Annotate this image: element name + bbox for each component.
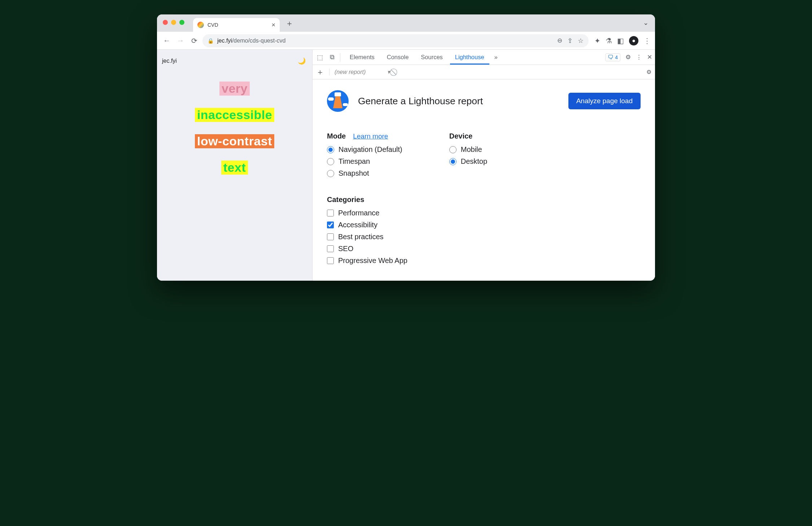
- category-checkbox-accessibility[interactable]: [327, 222, 334, 228]
- analyze-page-load-button[interactable]: Analyze page load: [568, 93, 641, 109]
- url-host: jec.fyi: [217, 38, 232, 44]
- category-checkbox-best-practices[interactable]: [327, 233, 334, 240]
- theme-toggle-button[interactable]: 🌙: [296, 56, 307, 66]
- category-option-pwa[interactable]: Progressive Web App: [327, 257, 641, 265]
- zoom-out-icon[interactable]: ⊖: [557, 37, 562, 45]
- bookmark-star-icon[interactable]: ☆: [578, 37, 584, 45]
- tabs-overflow-button[interactable]: ⌄: [643, 19, 649, 26]
- lighthouse-settings-icon[interactable]: ⚙: [646, 69, 651, 75]
- category-option-best-practices[interactable]: Best practices: [327, 233, 641, 241]
- tab-sources[interactable]: Sources: [416, 50, 448, 65]
- mode-heading: Mode: [327, 132, 346, 140]
- dropdown-caret-icon: ▾: [387, 69, 390, 75]
- labs-icon[interactable]: ⚗: [606, 36, 612, 45]
- lighthouse-toolbar: ＋ (new report) ▾ ⃠ ⚙: [313, 65, 655, 79]
- reload-button[interactable]: ⟳: [189, 35, 200, 46]
- tab-close-button[interactable]: ×: [271, 21, 275, 29]
- mode-option-snapshot[interactable]: Snapshot: [327, 169, 402, 177]
- back-button[interactable]: ←: [161, 35, 172, 46]
- window-close-button[interactable]: [163, 20, 168, 25]
- report-selector-label: (new report): [335, 69, 366, 75]
- category-option-accessibility[interactable]: Accessibility: [327, 221, 641, 229]
- device-option-mobile[interactable]: Mobile: [449, 145, 487, 154]
- tab-favicon: [197, 22, 204, 28]
- mode-option-navigation[interactable]: Navigation (Default): [327, 145, 402, 154]
- inspect-element-icon[interactable]: ⬚: [315, 53, 324, 62]
- tab-elements[interactable]: Elements: [345, 50, 380, 65]
- titlebar: CVD × ＋ ⌄: [157, 14, 655, 32]
- window-controls: [163, 20, 184, 25]
- tab-strip: CVD × ＋: [193, 14, 293, 32]
- mode-radio-snapshot[interactable]: [327, 170, 334, 177]
- category-option-performance[interactable]: Performance: [327, 209, 641, 217]
- new-tab-button[interactable]: ＋: [285, 18, 293, 29]
- page-content: jec.fyi 🌙 very inaccessible low-contrast…: [157, 50, 312, 281]
- devtools-tabbar: ⬚ ⧉ Elements Console Sources Lighthouse …: [313, 50, 655, 65]
- category-checkbox-pwa[interactable]: [327, 257, 334, 264]
- address-bar[interactable]: 🔒 jec.fyi/demo/cds-quest-cvd ⊖ ⇪ ☆: [202, 34, 589, 47]
- demo-word-2: inaccessible: [195, 108, 274, 122]
- device-group: Device Mobile Desktop: [449, 132, 487, 181]
- device-radio-mobile[interactable]: [449, 146, 457, 153]
- lighthouse-logo: [327, 90, 349, 112]
- browser-window: CVD × ＋ ⌄ ← → ⟳ 🔒 jec.fyi/demo/cds-quest…: [157, 14, 655, 281]
- more-tabs-button[interactable]: »: [492, 54, 501, 61]
- devtools-menu-button[interactable]: ⋮: [636, 54, 642, 61]
- browser-toolbar: ← → ⟳ 🔒 jec.fyi/demo/cds-quest-cvd ⊖ ⇪ ☆…: [157, 32, 655, 50]
- category-checkbox-performance[interactable]: [327, 210, 334, 216]
- categories-heading: Categories: [327, 196, 364, 203]
- issues-icon: 🗨: [608, 54, 614, 61]
- devtools-close-button[interactable]: ✕: [647, 54, 652, 61]
- profile-avatar[interactable]: ●: [629, 36, 638, 45]
- url-path: /demo/cds-quest-cvd: [232, 38, 286, 44]
- tab-title: CVD: [208, 22, 218, 28]
- category-option-seo[interactable]: SEO: [327, 245, 641, 253]
- demo-word-3: low-contrast: [195, 134, 274, 148]
- category-checkbox-seo[interactable]: [327, 245, 334, 252]
- browser-menu-button[interactable]: ⋮: [643, 36, 651, 45]
- categories-group: Categories Performance Accessibility Bes…: [327, 196, 641, 268]
- issues-count: 4: [615, 54, 618, 60]
- window-maximize-button[interactable]: [179, 20, 184, 25]
- window-minimize-button[interactable]: [171, 20, 176, 25]
- mode-option-timespan[interactable]: Timespan: [327, 157, 402, 166]
- lock-icon: 🔒: [208, 38, 214, 44]
- new-audit-button[interactable]: ＋: [316, 67, 324, 78]
- mode-radio-timespan[interactable]: [327, 158, 334, 165]
- demo-word-1: very: [219, 82, 250, 96]
- page-brand: jec.fyi: [162, 58, 177, 64]
- lighthouse-body: Generate a Lighthouse report Analyze pag…: [313, 79, 655, 276]
- demo-word-4: text: [221, 161, 248, 175]
- extensions-icon[interactable]: ✦: [594, 36, 601, 45]
- share-icon[interactable]: ⇪: [567, 37, 573, 45]
- demo-text: very inaccessible low-contrast text: [162, 82, 307, 175]
- device-radio-desktop[interactable]: [449, 158, 457, 165]
- device-option-desktop[interactable]: Desktop: [449, 157, 487, 166]
- side-panel-icon[interactable]: ◧: [617, 36, 624, 45]
- tab-console[interactable]: Console: [382, 50, 414, 65]
- device-heading: Device: [449, 132, 473, 140]
- device-toolbar-icon[interactable]: ⧉: [328, 53, 336, 62]
- forward-button[interactable]: →: [175, 35, 186, 46]
- learn-more-link[interactable]: Learn more: [353, 132, 388, 140]
- devtools-panel: ⬚ ⧉ Elements Console Sources Lighthouse …: [312, 50, 655, 281]
- browser-tab[interactable]: CVD ×: [193, 18, 280, 32]
- mode-group: Mode Learn more Navigation (Default) Tim…: [327, 132, 402, 181]
- devtools-settings-icon[interactable]: ⚙: [625, 54, 631, 61]
- tab-lighthouse[interactable]: Lighthouse: [450, 50, 489, 65]
- lighthouse-title: Generate a Lighthouse report: [358, 96, 483, 107]
- url-actions: ⊖ ⇪ ☆: [557, 37, 584, 45]
- issues-badge[interactable]: 🗨 4: [605, 53, 620, 61]
- report-selector[interactable]: (new report) ▾: [329, 69, 390, 75]
- mode-radio-navigation[interactable]: [327, 146, 334, 153]
